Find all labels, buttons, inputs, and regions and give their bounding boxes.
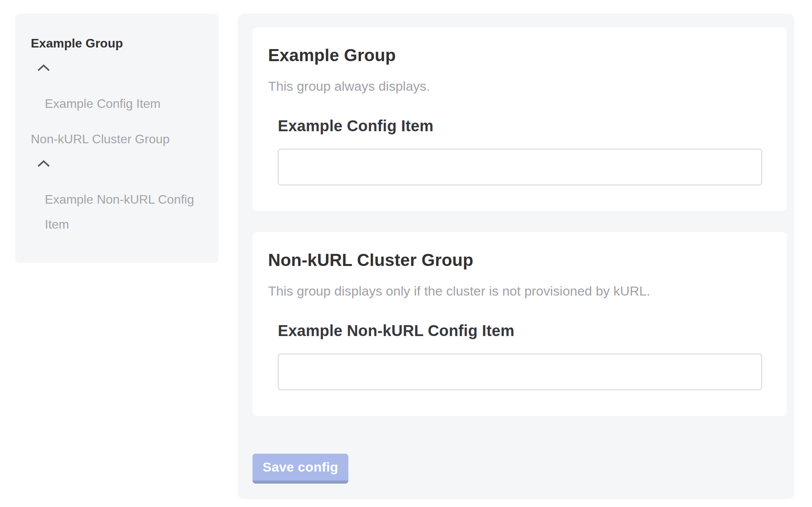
nav-group-label[interactable]: Example Group [31, 31, 208, 56]
nav-item-example-config-item[interactable]: Example Config Item [31, 91, 208, 116]
nav-group-example-group[interactable]: Example Group [31, 31, 208, 81]
nav-item-label[interactable]: Example Non-kURL Config Item [31, 187, 208, 237]
group-title: Non-kURL Cluster Group [268, 250, 771, 271]
config-nav: Example Group Example Config Item Non-kU… [31, 31, 208, 237]
config-main-panel: Example Group This group always displays… [238, 14, 794, 499]
config-group-card-non-kurl-cluster-group: Non-kURL Cluster Group This group displa… [252, 232, 787, 416]
config-group-card-example-group: Example Group This group always displays… [252, 27, 787, 211]
config-nav-sidebar: Example Group Example Config Item Non-kU… [15, 14, 219, 263]
group-description: This group always displays. [268, 77, 771, 95]
nav-group-non-kurl-cluster-group[interactable]: Non-kURL Cluster Group [31, 127, 208, 176]
save-config-button[interactable]: Save config [252, 454, 348, 484]
example-non-kurl-config-item-input[interactable] [278, 354, 762, 390]
group-title: Example Group [268, 45, 771, 66]
config-page: Example Group Example Config Item Non-kU… [0, 0, 812, 499]
nav-item-label[interactable]: Example Config Item [31, 91, 208, 116]
config-field: Example Config Item [278, 117, 762, 185]
example-config-item-input[interactable] [278, 149, 762, 185]
chevron-up-icon[interactable] [37, 151, 50, 176]
field-label: Example Non-kURL Config Item [278, 322, 762, 340]
nav-group-label[interactable]: Non-kURL Cluster Group [31, 127, 208, 151]
group-description: This group displays only if the cluster … [268, 282, 771, 299]
nav-item-example-non-kurl-config-item[interactable]: Example Non-kURL Config Item [31, 187, 208, 237]
chevron-up-icon[interactable] [37, 56, 50, 81]
field-label: Example Config Item [278, 117, 762, 135]
config-field: Example Non-kURL Config Item [278, 322, 762, 390]
